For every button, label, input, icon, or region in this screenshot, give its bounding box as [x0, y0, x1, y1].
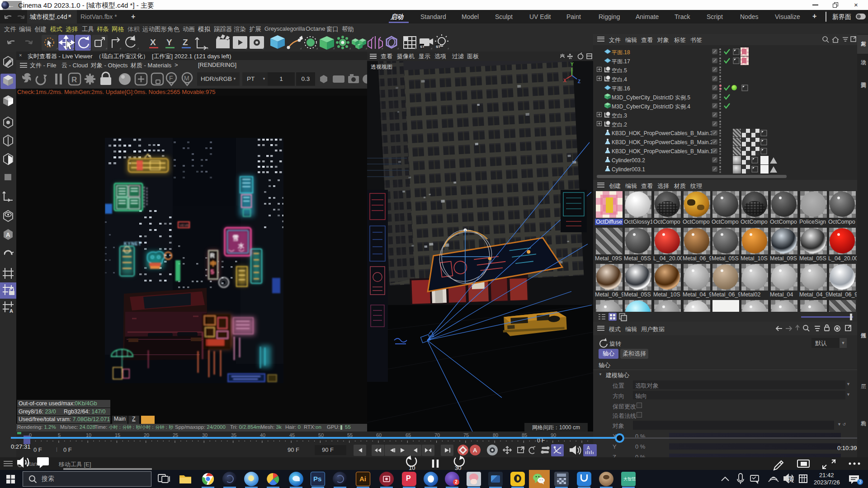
- svg-text:A: A: [6, 231, 10, 238]
- svg-text:中: 中: [210, 260, 216, 267]
- svg-text:X: X: [150, 38, 156, 47]
- svg-text:M: M: [184, 75, 189, 82]
- svg-text:R: R: [71, 75, 77, 84]
- svg-text:Z: Z: [183, 38, 188, 47]
- svg-text:雪: 雪: [232, 234, 239, 241]
- svg-text:A: A: [473, 447, 477, 454]
- svg-text:X: X: [563, 78, 566, 83]
- svg-text:Y: Y: [166, 38, 172, 47]
- svg-text:5: 5: [211, 268, 214, 275]
- svg-text:A: A: [9, 308, 13, 314]
- svg-text:ST: ST: [420, 45, 425, 49]
- svg-text:KYNET: KYNET: [124, 241, 142, 246]
- svg-text:F: F: [169, 75, 173, 82]
- svg-text:Y: Y: [571, 62, 574, 67]
- svg-text:A: A: [587, 446, 590, 450]
- svg-text:VEVE: VEVE: [179, 223, 189, 227]
- svg-text:R: R: [210, 252, 215, 259]
- svg-text:ST: ST: [436, 45, 440, 49]
- svg-text:Z: Z: [578, 79, 580, 84]
- svg-text:英: 英: [788, 475, 794, 483]
- svg-text:水: 水: [237, 242, 245, 249]
